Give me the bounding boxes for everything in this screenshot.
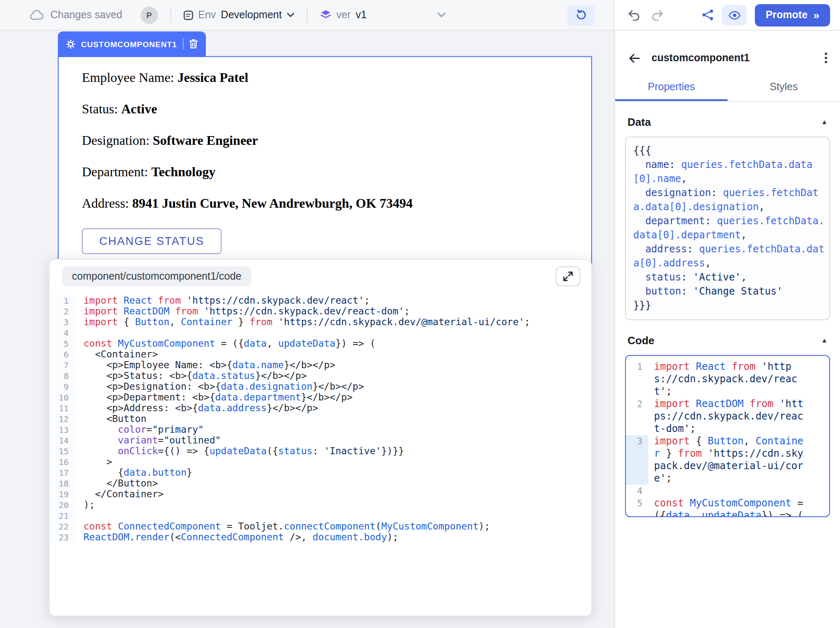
undo-button[interactable] — [628, 9, 641, 21]
code-token: React — [124, 295, 152, 306]
line-number: 2 — [626, 398, 648, 410]
code-line: 20); — [50, 500, 591, 511]
code-token: queries.fetchData.dat — [699, 243, 824, 255]
field-label: Address: — [82, 196, 132, 210]
change-status-button[interactable]: CHANGE STATUS — [82, 229, 222, 254]
code-token: </Container> — [84, 488, 164, 500]
code-line: 18 </Button> — [50, 478, 591, 489]
code-line-text: t'; — [648, 386, 672, 398]
code-token: a.data[0].designation — [633, 201, 759, 213]
code-token: : — [687, 243, 699, 255]
field-value: Technology — [151, 164, 215, 178]
component-code-editor[interactable]: 1import React from 'https://cdn.skypack.… — [625, 355, 830, 517]
tab-styles[interactable]: Styles — [728, 74, 840, 101]
code-token: color — [118, 424, 146, 435]
expand-button[interactable] — [556, 266, 580, 286]
code-line: 5const MyCustomComponent = — [626, 497, 829, 510]
code-token: MyCustomComponent — [690, 497, 792, 509]
code-line-text: const MyCustomComponent = — [648, 497, 803, 510]
inspector-header: customcomponent1 — [615, 31, 840, 74]
code-token: department — [645, 215, 705, 227]
code-line-text: </Button> — [76, 478, 158, 489]
code-token: a[0].address — [633, 257, 705, 269]
code-editor-panel: component/customcomponent1/code 1import … — [49, 259, 592, 616]
share-button[interactable] — [702, 9, 714, 21]
data-binding-line: department: queries.fetchData. — [633, 214, 826, 228]
code-token — [773, 398, 779, 410]
code-token: <p>Department: <b>{ — [84, 391, 215, 403]
data-section-title: Data — [628, 116, 651, 128]
code-token — [633, 187, 645, 199]
code-token: <Container> — [84, 348, 158, 360]
code-token: 'https://cdn.skypack.dev/react' — [186, 295, 364, 306]
code-token: ); — [387, 531, 399, 543]
preview-button[interactable] — [722, 5, 747, 25]
code-line-text: import ReactDOM from 'https://cdn.skypac… — [76, 306, 410, 317]
canvas[interactable]: CUSTOMCOMPONENT1 Employee Name: Jessica … — [0, 31, 614, 628]
code-token — [744, 398, 749, 410]
code-token: <p>Status: <b>{ — [84, 370, 192, 381]
code-token: data.status — [192, 370, 255, 381]
code-line-text: <p>Department: <b>{data.department}</b><… — [76, 392, 353, 403]
line-number: 8 — [50, 371, 76, 381]
code-token: : — [313, 445, 324, 457]
code-token: ( — [375, 520, 381, 532]
tab-properties[interactable]: Properties — [615, 74, 728, 101]
code-token: ; — [666, 472, 672, 484]
code-line: 7 <p>Employee Name: <b>{data.name}</b></… — [50, 360, 591, 371]
code-line: t'; — [626, 386, 829, 398]
widget-field: Status: Active — [82, 102, 568, 117]
environment-dropdown[interactable]: Env Development — [184, 9, 294, 21]
kebab-icon — [824, 52, 828, 64]
code-line: 1import React from 'https://cdn.skypack.… — [50, 295, 591, 306]
refresh-button[interactable] — [567, 5, 595, 25]
more-options-button[interactable] — [824, 52, 828, 64]
code-line-text: const MyCustomComponent = ({data, update… — [76, 338, 375, 349]
data-binding-editor[interactable]: {{{ name: queries.fetchData.data[0].name… — [625, 137, 830, 320]
code-line-text — [648, 485, 654, 497]
code-line: 22const ConnectedComponent = Tooljet.con… — [50, 521, 591, 532]
code-token — [690, 398, 696, 410]
collapse-code-button[interactable]: ▲ — [821, 337, 828, 344]
app: Changes saved P Env Development — [0, 0, 840, 628]
code-token: import — [84, 305, 118, 317]
version-dropdown[interactable]: ver v1 — [320, 9, 446, 21]
avatar[interactable]: P — [141, 6, 158, 24]
promote-button[interactable]: Promote » — [755, 4, 830, 26]
code-line-text: <p>Status: <b>{data.status}</b></p> — [76, 371, 307, 381]
line-number: 4 — [626, 485, 648, 497]
divider — [307, 7, 308, 22]
topbar-right: Promote » — [614, 0, 840, 30]
field-value: Jessica Patel — [177, 70, 248, 84]
code-token: data.button — [124, 467, 186, 478]
code-token: button — [645, 285, 681, 297]
line-number: 17 — [50, 467, 76, 478]
code-token: from — [175, 305, 198, 317]
code-token: s://cdn.skypack.dev/reac — [654, 373, 797, 385]
code-editor[interactable]: 1import React from 'https://cdn.skypack.… — [50, 291, 591, 543]
collapse-data-button[interactable]: ▲ — [821, 118, 828, 126]
code-line: 10 <p>Department: <b>{data.department}</… — [50, 392, 591, 403]
code-token: import — [84, 316, 118, 328]
code-token — [633, 159, 645, 170]
code-token: "outlined" — [164, 434, 221, 446]
field-value: 8941 Justin Curve, New Andrewburgh, OK 7… — [132, 196, 413, 210]
line-number — [626, 510, 648, 517]
back-button[interactable] — [628, 53, 641, 63]
data-binding-line: a[0].address, — [633, 256, 826, 271]
code-token: MyCustomComponent — [381, 520, 478, 532]
code-line-text — [76, 511, 84, 521]
code-token: import — [654, 435, 690, 447]
code-line-text: import React from 'https://cdn.skypack.d… — [76, 295, 370, 306]
customcomponent-widget[interactable]: Employee Name: Jessica PatelStatus: Acti… — [58, 56, 592, 266]
code-token — [633, 215, 645, 227]
code-token — [118, 295, 124, 306]
code-token: data[0].department — [633, 229, 741, 241]
line-number — [626, 373, 648, 386]
redo-button[interactable] — [651, 9, 664, 21]
trash-icon[interactable] — [189, 39, 198, 49]
widget-label-tab[interactable]: CUSTOMCOMPONENT1 — [58, 31, 206, 56]
code-token: queries.fetchDat — [723, 187, 819, 199]
code-line-text: <p>Employee Name: <b>{data.name}</b></p> — [76, 360, 335, 371]
layers-icon — [320, 9, 332, 21]
